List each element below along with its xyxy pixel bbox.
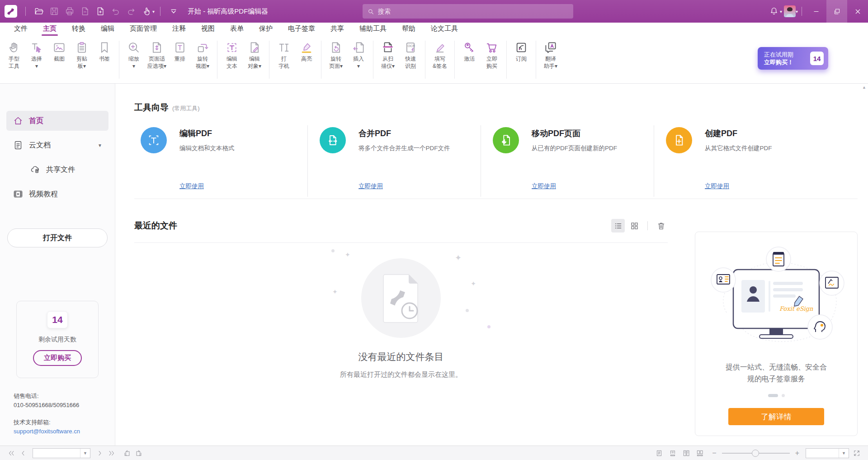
snapshot-tool-tool-button[interactable]: 截图 [48, 39, 71, 63]
menu-item-11[interactable]: 辅助工具 [352, 23, 394, 36]
fill-sign-tool-button[interactable]: 填写&签名 [429, 39, 451, 71]
typewriter-tool-button[interactable]: 打字机 [273, 39, 295, 71]
insert-pages-tool-button[interactable]: 插入▾ [347, 39, 370, 71]
bookmark-tool-tool-button[interactable]: 书签 [93, 39, 116, 63]
grid-view-button[interactable] [627, 219, 641, 232]
menu-item-5[interactable]: 注释 [165, 23, 193, 36]
select-tool-tool-button[interactable]: 选择▾ [25, 39, 48, 71]
buy-now-tool-button[interactable]: 立即购买 [481, 39, 503, 71]
close-button[interactable] [847, 0, 868, 23]
menu-item-1[interactable]: 主页 [35, 23, 64, 36]
sidebar-item-home[interactable]: 首页 [6, 111, 108, 131]
next-page-button[interactable] [94, 447, 106, 459]
menu-item-6[interactable]: 视图 [193, 23, 222, 36]
zoom-in-icon[interactable]: + [793, 449, 801, 457]
zoom-slider-knob[interactable] [752, 450, 759, 457]
menu-item-12[interactable]: 帮助 [394, 23, 423, 36]
sidebar-item-shared-files[interactable]: 共享文件 [6, 160, 108, 180]
redo-button[interactable] [123, 4, 139, 19]
edit-pdf-use-now-link[interactable]: 立即使用 [179, 182, 204, 190]
zoom-level-combo[interactable]: ▼ [806, 448, 849, 458]
facing-view-button[interactable] [680, 447, 692, 459]
menu-item-13[interactable]: 论文工具 [423, 23, 466, 36]
save-button[interactable] [47, 4, 62, 19]
from-scanner-tool-button[interactable]: 从扫描仪▾ [377, 39, 399, 71]
support-email-link[interactable]: support@foxitsoftware.cn [14, 427, 115, 436]
zoom-out-icon[interactable]: − [710, 449, 718, 457]
zoom-combo-caret-icon[interactable]: ▼ [839, 449, 849, 458]
account-button[interactable] [782, 4, 797, 19]
continuous-view-button[interactable] [667, 447, 679, 459]
sidebar-caret-icon[interactable]: ▼ [98, 143, 102, 148]
restore-button[interactable] [826, 0, 847, 23]
create-pdf-use-now-link[interactable]: 立即使用 [705, 182, 729, 190]
previous-view-button[interactable] [121, 447, 133, 459]
last-page-button[interactable] [106, 447, 118, 459]
menu-item-10[interactable]: 共享 [323, 23, 352, 36]
touch-mode-caret-icon[interactable]: ▾ [152, 9, 155, 14]
menu-item-4[interactable]: 页面管理 [122, 23, 165, 36]
menu-item-9[interactable]: 电子签章 [280, 23, 323, 36]
tool-card-description: 从其它格式文件创建PDF [705, 144, 772, 152]
carousel-dots[interactable] [768, 394, 785, 397]
learn-more-button[interactable]: 了解详情 [728, 408, 824, 425]
page-number-input[interactable] [33, 450, 80, 456]
menu-item-8[interactable]: 保护 [251, 23, 280, 36]
move-pdf-pages-use-now-link[interactable]: 立即使用 [532, 182, 556, 190]
touch-mode-button[interactable] [139, 4, 154, 19]
sidebar-item-cloud-docs[interactable]: 云文档▼ [6, 135, 108, 155]
page-fit-options-tool-button[interactable]: 页面适应选项▾ [145, 39, 169, 71]
buy-now-button[interactable]: 立即购买 [33, 350, 82, 366]
menu-file[interactable]: 文件 [6, 23, 35, 36]
clipboard-tool-tool-button[interactable]: 剪贴板▾ [71, 39, 93, 71]
first-page-button[interactable] [5, 447, 17, 459]
sidebar-item-video-tutorials[interactable]: 视频教程 [6, 184, 108, 204]
open-file-button[interactable]: 打开文件 [7, 228, 108, 247]
zoom-slider-track[interactable] [722, 453, 790, 454]
quick-ocr-tool-button[interactable]: OCR快速识别 [399, 39, 422, 71]
carousel-dot-active[interactable] [768, 394, 778, 397]
translate-assistant-tool-button[interactable]: 翻译助手▾ [539, 39, 562, 71]
carousel-dot[interactable] [782, 394, 785, 397]
rotate-view-tool-button[interactable]: 旋转视图▾ [191, 39, 214, 71]
add-pages-button[interactable] [93, 4, 108, 19]
global-search[interactable] [363, 4, 573, 19]
open-file-button[interactable] [31, 4, 47, 19]
edit-object-tool-button[interactable]: 编辑对象▾ [243, 39, 266, 71]
reflow-tool-tool-button[interactable]: 重排 [169, 39, 191, 63]
account-caret-icon[interactable]: ▾ [796, 9, 798, 14]
sidebar-item-label: 共享文件 [46, 165, 75, 175]
zoom-tool-tool-button[interactable]: 缩放▾ [123, 39, 145, 71]
subscribe-tool-button[interactable]: 订阅 [510, 39, 533, 63]
edit-text-tool-button[interactable]: 编辑文本 [221, 39, 243, 71]
menu-item-3[interactable]: 编辑 [93, 23, 122, 36]
search-input[interactable] [378, 8, 569, 15]
undo-button[interactable] [108, 4, 123, 19]
user-avatar[interactable] [784, 5, 796, 17]
notifications-button[interactable] [766, 4, 782, 19]
minimize-button[interactable] [806, 0, 826, 23]
tool-card-create-pdf: 创建PDF从其它格式文件创建PDF立即使用 [654, 125, 827, 197]
ribbon-collapse-button[interactable] [166, 4, 181, 19]
list-view-button[interactable] [611, 219, 625, 232]
activate-tool-button[interactable]: 激活 [458, 39, 481, 63]
page-number-combo[interactable]: ▼ [33, 448, 90, 458]
zoom-level-input[interactable] [806, 450, 839, 456]
trial-banner[interactable]: 正在试用期 立即购买！ 14 [758, 47, 828, 70]
menu-item-7[interactable]: 表单 [222, 23, 251, 36]
page-combo-caret-icon[interactable]: ▼ [80, 449, 90, 458]
highlight-tool-button[interactable]: 高亮 [295, 39, 318, 63]
previous-page-button[interactable] [17, 447, 29, 459]
rotate-pages-tool-button[interactable]: 旋转页面▾ [325, 39, 347, 71]
clear-recent-button[interactable] [654, 219, 668, 232]
single-page-view-button[interactable] [653, 447, 665, 459]
facing-continuous-view-button[interactable] [694, 447, 706, 459]
fullscreen-button[interactable] [851, 447, 863, 459]
print-button[interactable] [62, 4, 77, 19]
delete-pages-button[interactable] [77, 4, 93, 19]
menu-item-2[interactable]: 转换 [64, 23, 93, 36]
next-view-button[interactable] [133, 447, 145, 459]
zoom-slider[interactable]: − + [710, 449, 801, 457]
hand-tool-tool-button[interactable]: 手型工具 [3, 39, 25, 71]
merge-pdf-use-now-link[interactable]: 立即使用 [359, 182, 383, 190]
